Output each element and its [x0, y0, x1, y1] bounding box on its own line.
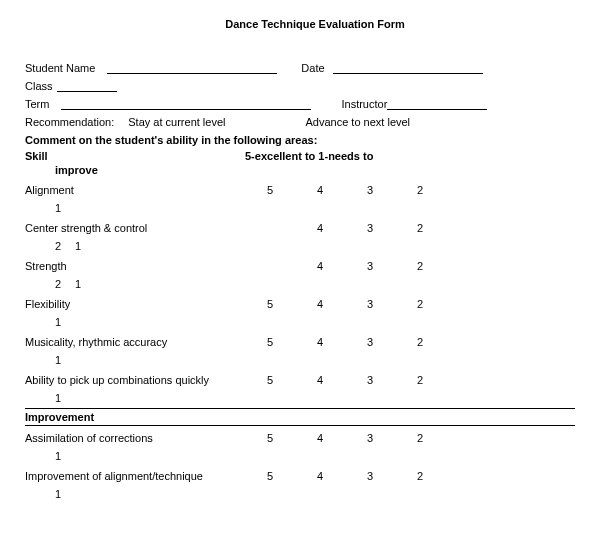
rating-cell[interactable]: 4 — [295, 470, 345, 482]
label-student-name: Student Name — [25, 62, 95, 74]
rating-cell[interactable]: 5 — [245, 470, 295, 482]
row-recommendation: Recommendation: Stay at current level Ad… — [25, 112, 575, 128]
comment-header: Comment on the student's ability in the … — [25, 130, 575, 146]
skill-row: Alignment5432 — [25, 180, 575, 200]
rating-cell[interactable]: 3 — [345, 336, 395, 348]
skill-wrap-row: 1 — [25, 352, 575, 368]
skill-name: Alignment — [25, 184, 245, 196]
skill-wrap-row: 21 — [25, 238, 575, 254]
rating-cell[interactable]: 4 — [295, 260, 345, 272]
rating-cell[interactable]: 4 — [295, 298, 345, 310]
rating-cell[interactable]: 3 — [345, 432, 395, 444]
input-instructor[interactable] — [387, 96, 487, 110]
skill-wrap-row: 1 — [25, 314, 575, 330]
skill-name: Improvement of alignment/technique — [25, 470, 245, 482]
scale-label-right: 5-excellent to 1-needs to — [245, 150, 373, 162]
scale-header-wrap: improve — [25, 162, 575, 178]
skill-name: Strength — [25, 260, 245, 272]
row-class: Class — [25, 76, 575, 92]
scale-label-improve: improve — [25, 164, 98, 176]
label-term: Term — [25, 98, 49, 110]
rating-cell[interactable]: 3 — [345, 470, 395, 482]
rating-cell[interactable]: 1 — [75, 240, 115, 252]
rating-cell[interactable]: 1 — [25, 202, 75, 214]
option-advance[interactable]: Advance to next level — [306, 116, 411, 128]
skill-row: Flexibility5432 — [25, 294, 575, 314]
scale-header-row: Skill 5-excellent to 1-needs to — [25, 150, 575, 162]
rating-cell[interactable]: 4 — [295, 336, 345, 348]
rating-cell[interactable]: 2 — [25, 278, 75, 290]
rating-cell[interactable]: 4 — [295, 184, 345, 196]
rating-cell[interactable]: 4 — [295, 374, 345, 386]
skill-wrap-row: 1 — [25, 390, 575, 406]
rating-cell[interactable]: 2 — [395, 432, 445, 444]
rating-cell[interactable]: 1 — [25, 354, 75, 366]
skill-wrap-row: 1 — [25, 448, 575, 464]
skill-row: Improvement of alignment/technique5432 — [25, 466, 575, 486]
rating-cell[interactable]: 2 — [395, 184, 445, 196]
label-date: Date — [301, 62, 324, 74]
rating-cell[interactable]: 1 — [25, 392, 75, 404]
skill-row: Assimilation of corrections5432 — [25, 428, 575, 448]
rating-cell[interactable]: 5 — [245, 432, 295, 444]
skill-wrap-row: 21 — [25, 276, 575, 292]
skill-row: Ability to pick up combinations quickly5… — [25, 370, 575, 390]
rating-cell[interactable]: 2 — [395, 470, 445, 482]
skill-name: Flexibility — [25, 298, 245, 310]
rating-cell[interactable]: 2 — [395, 222, 445, 234]
rating-cell[interactable]: 4 — [295, 432, 345, 444]
rating-cell[interactable]: 1 — [25, 316, 75, 328]
rating-cell[interactable]: 1 — [75, 278, 115, 290]
input-student-name[interactable] — [107, 60, 277, 74]
skill-name: Assimilation of corrections — [25, 432, 245, 444]
improvement-header: Improvement — [25, 408, 575, 426]
rating-cell[interactable]: 2 — [395, 298, 445, 310]
skill-name: Musicality, rhythmic accuracy — [25, 336, 245, 348]
rating-cell[interactable]: 5 — [245, 336, 295, 348]
rating-cell[interactable]: 3 — [345, 374, 395, 386]
form-title: Dance Technique Evaluation Form — [25, 18, 575, 30]
label-class: Class — [25, 80, 53, 92]
skill-wrap-row: 1 — [25, 486, 575, 502]
input-date[interactable] — [333, 60, 483, 74]
rating-cell[interactable]: 2 — [395, 336, 445, 348]
row-term-instructor: Term Instructor — [25, 94, 575, 110]
row-student-date: Student Name Date — [25, 58, 575, 74]
rating-cell[interactable]: 3 — [345, 184, 395, 196]
skill-wrap-row: 1 — [25, 200, 575, 216]
rating-cell[interactable]: 4 — [295, 222, 345, 234]
skill-name: Center strength & control — [25, 222, 245, 234]
rating-cell[interactable]: 3 — [345, 260, 395, 272]
rating-cell[interactable]: 2 — [395, 260, 445, 272]
label-recommendation: Recommendation: — [25, 116, 114, 128]
skill-row: Center strength & control432 — [25, 218, 575, 238]
rating-cell[interactable]: 2 — [395, 374, 445, 386]
input-class[interactable] — [57, 78, 117, 92]
rating-cell[interactable]: 5 — [245, 298, 295, 310]
rating-cell[interactable]: 3 — [345, 222, 395, 234]
rating-cell[interactable]: 2 — [25, 240, 75, 252]
skill-row: Strength432 — [25, 256, 575, 276]
skill-row: Musicality, rhythmic accuracy5432 — [25, 332, 575, 352]
rating-cell[interactable]: 3 — [345, 298, 395, 310]
input-term[interactable] — [61, 96, 311, 110]
label-instructor: Instructor — [341, 98, 387, 110]
option-stay[interactable]: Stay at current level — [128, 116, 225, 128]
rating-cell[interactable]: 5 — [245, 374, 295, 386]
rating-cell[interactable]: 5 — [245, 184, 295, 196]
rating-cell[interactable]: 1 — [25, 450, 75, 462]
skill-name: Ability to pick up combinations quickly — [25, 374, 245, 386]
rating-cell[interactable]: 1 — [25, 488, 75, 500]
scale-label-skill: Skill — [25, 150, 245, 162]
